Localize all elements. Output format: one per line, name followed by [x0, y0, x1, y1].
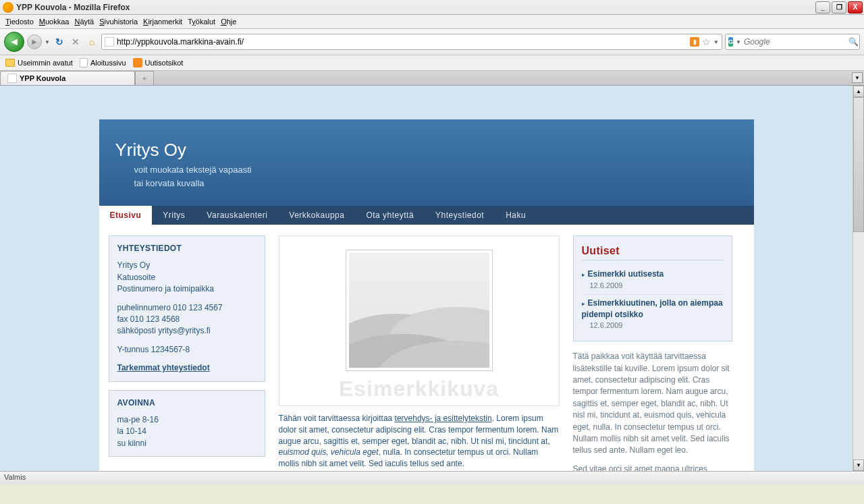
- bookmark-aloitussivu[interactable]: Aloitussivu: [80, 58, 126, 67]
- tab-list-button[interactable]: ▼: [852, 72, 863, 83]
- news-item: ▸Esimerkki uutisesta 12.6.2009: [582, 266, 724, 294]
- menu-kirjanmerkit[interactable]: Kirjanmerkit: [143, 18, 182, 26]
- contact-email[interactable]: yritys@yritys.fi: [158, 326, 211, 335]
- close-button[interactable]: X: [848, 1, 863, 13]
- hours-heading: AVOINNA: [117, 397, 256, 409]
- status-text: Valmis: [4, 473, 26, 481]
- scroll-thumb[interactable]: [853, 97, 864, 232]
- contact-more-link[interactable]: Tarkemmat yhteystiedot: [117, 363, 210, 372]
- image-caption: Esimerkkikuva: [286, 376, 552, 401]
- scroll-up-button[interactable]: ▲: [853, 86, 864, 97]
- bookmark-uutisotsikot[interactable]: Uutisotsikot: [133, 58, 184, 67]
- nav-ota-yhteytta[interactable]: Ota yhteyttä: [355, 206, 425, 225]
- reload-button[interactable]: ↻: [53, 35, 66, 49]
- side-text: Tätä paikkaa voit käyttää tarvittaessa l…: [573, 351, 732, 471]
- nav-etusivu[interactable]: Etusivu: [99, 206, 153, 225]
- url-bar[interactable]: ▮ ☆ ▼: [101, 34, 722, 50]
- nav-varauskalenteri[interactable]: Varauskalenteri: [196, 206, 278, 225]
- back-button[interactable]: ◄: [4, 32, 24, 52]
- news-heading: Uutiset: [582, 243, 724, 260]
- nav-haku[interactable]: Haku: [495, 206, 537, 225]
- bookmark-star-icon[interactable]: ☆: [702, 36, 711, 47]
- news-item: ▸Esimerkkiuutinen, jolla on aiempaa pide…: [582, 295, 724, 335]
- menu-muokkaa[interactable]: Muokkaa: [39, 18, 70, 26]
- site-subtitle-1: voit muokata tekstejä vapaasti: [134, 163, 738, 177]
- page-icon: [7, 74, 17, 83]
- bullet-icon: ▸: [582, 271, 585, 278]
- nav-verkkokauppa[interactable]: Verkkokauppa: [278, 206, 355, 225]
- document-icon: [80, 58, 88, 67]
- greeting-link[interactable]: tervehdys- ja esittelytekstin: [395, 414, 492, 423]
- home-button[interactable]: ⌂: [85, 35, 99, 49]
- menu-ohje[interactable]: Ohje: [221, 18, 236, 26]
- window-title: YPP Kouvola - Mozilla Firefox: [16, 3, 815, 12]
- nav-yritys[interactable]: Yritys: [152, 206, 196, 225]
- site-subtitle-2: tai korvata kuvalla: [134, 177, 738, 190]
- rss-icon[interactable]: ▮: [690, 37, 699, 47]
- menu-nayta[interactable]: Näytä: [74, 18, 94, 26]
- example-image: [346, 250, 493, 371]
- news-date: 12.6.2009: [582, 320, 724, 331]
- menubar: Tiedosto Muokkaa Näytä Sivuhistoria Kirj…: [0, 15, 864, 29]
- menu-tyokalut[interactable]: Työkalut: [188, 18, 215, 26]
- site-nav: Etusivu Yritys Varauskalenteri Verkkokau…: [99, 206, 754, 225]
- forward-button[interactable]: ►: [27, 34, 42, 49]
- bookmarks-toolbar: Useimmin avatut Aloitussivu Uutisotsikot: [0, 55, 864, 71]
- hours-box: AVOINNA ma-pe 8-16 la 10-14 su kiinni: [109, 390, 265, 457]
- nav-yhteystiedot[interactable]: Yhteystiedot: [425, 206, 495, 225]
- titlebar: YPP Kouvola - Mozilla Firefox _ ❐ X: [0, 0, 864, 15]
- firefox-icon: [3, 2, 14, 13]
- stop-button[interactable]: ✕: [69, 35, 82, 49]
- news-link-1[interactable]: Esimerkki uutisesta: [588, 269, 664, 279]
- rss-icon: [133, 58, 142, 67]
- bullet-icon: ▸: [582, 300, 585, 307]
- contact-heading: YHTEYSTIEDOT: [117, 243, 256, 254]
- scroll-down-button[interactable]: ▼: [853, 459, 864, 471]
- banner: Yritys Oy voit muokata tekstejä vapaasti…: [99, 119, 754, 206]
- minimize-button[interactable]: _: [815, 1, 830, 13]
- news-date: 12.6.2009: [582, 281, 724, 291]
- folder-icon: [5, 59, 15, 67]
- example-image-frame: Esimerkkikuva: [279, 235, 560, 406]
- vertical-scrollbar[interactable]: ▲ ▼: [853, 86, 864, 471]
- url-dropdown[interactable]: ▼: [713, 39, 719, 45]
- navigation-toolbar: ◄ ► ▼ ↻ ✕ ⌂ ▮ ☆ ▼ G ▼ 🔍: [0, 29, 864, 55]
- menu-tiedosto[interactable]: Tiedosto: [5, 18, 34, 26]
- search-bar[interactable]: G ▼ 🔍: [725, 34, 860, 50]
- search-go-icon[interactable]: 🔍: [848, 37, 859, 47]
- contact-box: YHTEYSTIEDOT Yritys Oy Katuosoite Postin…: [109, 235, 265, 382]
- news-link-2[interactable]: Esimerkkiuutinen, jolla on aiempaa pidem…: [582, 298, 723, 319]
- tab-label: YPP Kouvola: [20, 74, 65, 82]
- menu-sivuhistoria[interactable]: Sivuhistoria: [99, 18, 138, 26]
- bookmark-useimmin-avatut[interactable]: Useimmin avatut: [5, 58, 73, 67]
- url-input[interactable]: [117, 37, 687, 47]
- content-viewport: Yritys Oy voit muokata tekstejä vapaasti…: [0, 86, 864, 471]
- search-engine-dropdown[interactable]: ▼: [736, 39, 741, 45]
- body-text: Tähän voit tarvittaessa kirjoittaa terve…: [279, 413, 560, 470]
- search-input[interactable]: [744, 37, 846, 47]
- site-title: Yritys Oy: [115, 140, 738, 161]
- page-icon: [105, 37, 114, 47]
- tab-strip: YPP Kouvola + ▼: [0, 71, 864, 86]
- statusbar: Valmis: [0, 471, 864, 484]
- maximize-button[interactable]: ❐: [832, 1, 846, 13]
- tab-ypp-kouvola[interactable]: YPP Kouvola: [0, 71, 135, 85]
- new-tab-button[interactable]: +: [135, 71, 154, 85]
- google-icon[interactable]: G: [728, 37, 733, 47]
- history-dropdown[interactable]: ▼: [45, 39, 50, 45]
- news-box: Uutiset ▸Esimerkki uutisesta 12.6.2009 ▸…: [573, 235, 732, 341]
